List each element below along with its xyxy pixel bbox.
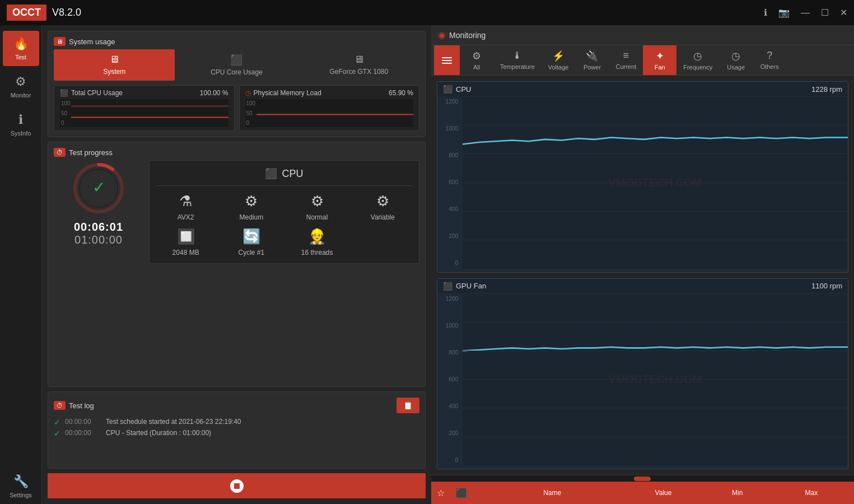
tab-frequency[interactable]: ◷ Frequency [676, 45, 719, 75]
cpu-tab-icon: ⬛ [230, 54, 242, 66]
system-usage-header: 🖥 System usage [54, 37, 419, 46]
cpu-chart-line2 [71, 106, 228, 106]
config-memory: 🔲 2048 MB [156, 228, 215, 256]
grid-4 [463, 211, 848, 212]
circle-container: ✓ [71, 160, 127, 216]
temperature-tab-icon: 🌡 [512, 50, 522, 62]
cpu-chart-line [71, 117, 228, 118]
copy-log-button[interactable]: 📋 [396, 398, 419, 413]
test-progress-header: ⏱ Test progress [54, 148, 419, 157]
cpu-fan-name-text: CPU [456, 85, 471, 94]
test-log-header: ⏱ Test log [54, 401, 94, 410]
tab-geforce-label: GeForce GTX 1080 [329, 68, 388, 76]
tab-all-label: All [473, 64, 480, 71]
gpu-grid-2 [463, 351, 848, 351]
sidebar-label-sysinfo: SysInfo [11, 130, 31, 137]
memory-stat-label: ◷ Physical Memory Load 65.90 % [245, 89, 414, 97]
col-max: Max [774, 489, 848, 497]
system-usage-title: System usage [69, 38, 115, 46]
menu-line-1 [442, 57, 452, 58]
screenshot-icon[interactable]: 📷 [778, 7, 790, 18]
tab-geforce[interactable]: 🖥 GeForce GTX 1080 [298, 49, 419, 81]
tab-usage-label: Usage [727, 64, 745, 71]
tab-current[interactable]: ≡ Current [609, 45, 643, 75]
memory-icon: ◷ [245, 89, 251, 97]
fire-icon: 🔥 [13, 36, 29, 51]
tab-cpu-core[interactable]: ⬛ CPU Core Usage [176, 49, 297, 81]
avx2-label: AVX2 [178, 213, 194, 221]
all-tab-icon: ⚙ [472, 50, 481, 62]
log-message-0: Test schedule started at 2021-06-23 22:1… [106, 418, 241, 426]
tab-all[interactable]: ⚙ All [460, 45, 493, 75]
tab-usage[interactable]: ◷ Usage [719, 45, 753, 75]
progress-svg: ✓ [71, 160, 127, 216]
cpu-fan-name: ⬛ CPU [443, 85, 471, 94]
gpu-fan-y-axis: 1200 1000 800 600 400 200 0 [437, 293, 463, 466]
gpu-fan-icon: ⬛ [443, 282, 452, 291]
gpu-y-1200: 1200 [440, 296, 460, 302]
sidebar-item-test[interactable]: 🔥 Test [3, 31, 39, 66]
tab-others-label: Others [760, 63, 779, 70]
titlebar: OCCT V8.2.0 ℹ 📷 — ☐ ✕ [0, 0, 854, 25]
minimize-button[interactable]: — [801, 8, 810, 18]
app-version: V8.2.0 [52, 7, 81, 18]
fan-tab-icon: ✦ [656, 50, 664, 62]
stop-button[interactable] [230, 479, 244, 493]
info-icon[interactable]: ℹ [764, 7, 767, 18]
power-tab-icon: 🔌 [586, 50, 598, 62]
monitoring-title: Monitoring [449, 31, 486, 40]
log-entry-0: ✓ 00:00:00 Test schedule started at 2021… [54, 418, 419, 427]
tab-fan[interactable]: ✦ Fan [643, 45, 676, 75]
memory-cfg-label: 2048 MB [172, 249, 199, 256]
medium-label: Medium [240, 213, 264, 221]
test-log-title: Test log [69, 402, 94, 410]
tab-system[interactable]: 🖥 System [54, 49, 175, 81]
test-log-card: ⏱ Test log 📋 ✓ 00:00:00 Test schedule st… [48, 391, 426, 469]
sidebar-item-settings[interactable]: 🔧 Settings [3, 469, 39, 504]
cpu-chart-100: 100 [61, 100, 71, 106]
gpu-grid-1 [463, 322, 848, 323]
avx2-icon: ⚗ [179, 193, 192, 210]
maximize-button[interactable]: ☐ [821, 7, 829, 18]
check-icon-1: ✓ [54, 429, 60, 438]
cpu-fan-icon: ⬛ [443, 85, 452, 94]
y-1200: 1200 [440, 99, 460, 105]
scrollbar-thumb[interactable] [634, 477, 651, 481]
sidebar-item-sysinfo[interactable]: ℹ SysInfo [3, 107, 39, 142]
tab-voltage[interactable]: ⚡ Voltage [542, 45, 576, 75]
cpu-config-panel: ⬛ CPU ⚗ AVX2 ⚙ Medium [149, 160, 419, 264]
cpu-stat-label: ⬛ Total CPU Usage 100.00 % [60, 89, 228, 97]
memory-chart-100: 100 [246, 100, 256, 106]
config-medium: ⚙ Medium [222, 193, 281, 221]
tab-fan-label: Fan [655, 64, 665, 71]
app-logo: OCCT [7, 4, 46, 21]
tab-frequency-label: Frequency [683, 64, 712, 71]
memory-stat-box: ◷ Physical Memory Load 65.90 % 100 50 0 [239, 85, 420, 131]
cpu-fan-watermark: VMODTECH.COM [609, 176, 702, 189]
close-button[interactable]: ✕ [840, 7, 847, 18]
scrollbar-area[interactable] [431, 475, 854, 482]
test-progress-title: Test progress [69, 148, 113, 157]
check-icon-0: ✓ [54, 418, 60, 427]
tab-power[interactable]: 🔌 Power [575, 45, 609, 75]
star-icon[interactable]: ☆ [437, 488, 445, 498]
tab-temperature[interactable]: 🌡 Temperature [493, 45, 542, 75]
tab-temperature-label: Temperature [500, 63, 535, 70]
log-time-1: 00:00:00 [65, 429, 101, 437]
test-progress-card: ⏱ Test progress [48, 142, 426, 387]
grid-0 [463, 96, 848, 97]
gpu-fan-chart-card: ⬛ GPU Fan 1100 rpm 1200 1000 800 600 400… [437, 278, 848, 470]
monitoring-tabs: ⚙ All 🌡 Temperature ⚡ Voltage 🔌 Power ≡ [431, 45, 854, 76]
display-icon[interactable]: ⬛ [456, 488, 467, 498]
sidebar-item-monitor[interactable]: ⚙ Monitor [3, 69, 39, 104]
timer-elapsed: 00:06:01 [74, 221, 123, 234]
gpu-y-400: 400 [440, 403, 460, 409]
variable-label: Variable [371, 213, 395, 221]
grid-2 [463, 153, 848, 154]
monitor-small-icon: 🖥 [54, 37, 66, 46]
menu-hamburger[interactable] [434, 45, 460, 75]
stop-button-bar[interactable] [48, 473, 426, 498]
hamburger-icon [442, 57, 452, 64]
gpu-fan-name-text: GPU Fan [456, 282, 486, 290]
tab-others[interactable]: ? Others [753, 45, 786, 75]
